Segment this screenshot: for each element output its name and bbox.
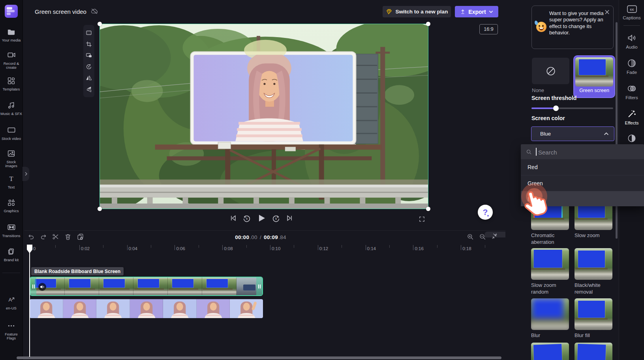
zoom-out-icon[interactable] — [479, 233, 486, 240]
sidebar-item-text[interactable]: T Text — [0, 175, 23, 189]
rail-item-fade[interactable]: Fade — [619, 58, 644, 75]
dropdown-search-row[interactable] — [521, 144, 644, 159]
play-icon[interactable] — [257, 213, 266, 223]
switch-plan-button[interactable]: Switch to a new plan — [383, 6, 451, 17]
selection-handle-bottom-right[interactable] — [426, 207, 430, 211]
sidebar-item-transitions[interactable]: Transitions — [0, 223, 23, 238]
effect-tile[interactable]: Black/white removal — [575, 248, 612, 295]
filmstrip-frame — [202, 277, 237, 295]
fit-frame-icon[interactable] — [86, 30, 92, 36]
sidebar-divider — [2, 273, 20, 273]
export-button[interactable]: Export — [455, 6, 498, 17]
effect-tile[interactable]: Slow zoom random — [531, 248, 569, 295]
sidebar-item-music-sfx[interactable]: Music & SFX — [0, 101, 23, 116]
effect-tile-partial[interactable] — [575, 343, 612, 360]
rewind-5-icon[interactable]: 5 — [242, 214, 251, 222]
aspect-ratio-badge[interactable]: 16:9 — [479, 24, 498, 34]
trim-handle-left[interactable] — [30, 277, 36, 295]
ruler-minor-tick — [246, 245, 247, 248]
sidebar-item-stock-images[interactable]: Stock images — [0, 149, 23, 168]
sidebar-item-stock-video[interactable]: Stock video — [0, 126, 23, 141]
ruler-minor-tick — [389, 245, 390, 248]
sidebar-item-templates[interactable]: Templates — [0, 77, 23, 91]
rail-item-label: Fade — [627, 70, 637, 75]
sidebar-item-brand-kit[interactable]: Brand kit — [0, 247, 23, 262]
ruler-tick — [270, 245, 270, 250]
audio-on-icon[interactable] — [38, 283, 46, 291]
timeline-divider — [24, 230, 505, 231]
preview-selection-box[interactable] — [100, 24, 428, 209]
rail-item-audio[interactable]: Audio — [619, 33, 644, 49]
zoom-in-icon[interactable] — [467, 233, 474, 240]
captions-icon: cc — [627, 5, 637, 13]
sidebar-item-your-media[interactable]: Your media — [0, 28, 23, 42]
selection-handle-bottom-left[interactable] — [98, 207, 102, 211]
effects-tip-card: Want to give your media super powers? Ap… — [531, 6, 614, 49]
effect-preset-none[interactable] — [532, 58, 569, 84]
delete-icon[interactable] — [64, 233, 71, 241]
effect-label: Slow zoom random — [531, 282, 569, 295]
fullscreen-icon[interactable] — [419, 216, 425, 224]
timeline-zoom-controls — [467, 233, 498, 240]
duplicate-icon[interactable] — [77, 233, 84, 241]
effect-tile[interactable]: Blur fill — [575, 298, 612, 339]
sidebar-item-label: Templates — [3, 87, 20, 92]
upload-icon — [460, 9, 466, 15]
flip-horizontal-icon[interactable] — [86, 75, 92, 81]
track-1-filmstrip — [30, 277, 262, 295]
rail-item-label: Effects — [625, 121, 639, 125]
rotate-icon[interactable] — [86, 64, 92, 70]
clipchamp-logo-icon[interactable] — [5, 5, 18, 18]
flip-vertical-icon[interactable] — [86, 86, 92, 92]
effect-preset-green-screen[interactable]: Green screen — [573, 55, 615, 98]
ruler-label: 0:14 — [367, 246, 376, 251]
threshold-slider-thumb[interactable] — [553, 106, 559, 111]
ellipsis-icon — [7, 322, 15, 331]
clipchamp-editor: Your media Record & create Templates Mus… — [0, 0, 644, 360]
split-scissors-icon[interactable] — [52, 233, 59, 241]
video-track-woman-clip[interactable] — [30, 299, 263, 318]
sidebar-item-record-create[interactable]: Record & create — [0, 51, 23, 70]
undo-icon[interactable] — [28, 233, 35, 241]
current-time-decimals: .00 — [250, 234, 257, 240]
trim-handle-right[interactable] — [256, 277, 262, 295]
sidebar-expand-button[interactable] — [23, 167, 29, 181]
sidebar-item-label: Feature Flags — [0, 332, 23, 341]
effect-tile[interactable]: Blur — [531, 298, 569, 339]
sidebar-item-feature-flags[interactable]: Feature Flags — [0, 322, 23, 341]
video-track-billboard-clip[interactable] — [30, 277, 263, 296]
redo-icon[interactable] — [40, 233, 47, 241]
adjust-icon — [627, 134, 636, 143]
zoom-fit-icon[interactable] — [491, 233, 498, 240]
dropdown-search-input[interactable] — [537, 144, 638, 160]
effect-tile-partial[interactable] — [531, 343, 569, 360]
skip-to-start-icon[interactable] — [229, 214, 237, 222]
switch-plan-label: Switch to a new plan — [396, 9, 448, 15]
skip-to-end-icon[interactable] — [286, 214, 294, 222]
preview-video[interactable] — [100, 24, 428, 209]
selection-handle-top-right[interactable] — [426, 22, 430, 26]
picture-in-picture-icon[interactable] — [86, 52, 92, 58]
image-icon — [7, 149, 15, 159]
sidebar-item-graphics[interactable]: Graphics — [0, 198, 23, 213]
selection-handle-top-left[interactable] — [98, 22, 102, 26]
diamond-icon — [386, 8, 392, 15]
help-button-dot — [487, 215, 489, 217]
dropdown-option-red[interactable]: Red — [521, 159, 644, 175]
timeline-horizontal-scrollbar[interactable] — [17, 356, 501, 359]
sidebar-item-language[interactable]: A en-US — [0, 296, 23, 310]
sidebar-item-label: Record & create — [0, 62, 23, 70]
crop-icon[interactable] — [86, 41, 92, 47]
forward-5-icon[interactable]: 5 — [272, 214, 280, 222]
help-button[interactable]: ? — [478, 205, 493, 220]
playhead-line — [29, 252, 30, 357]
rail-item-filters[interactable]: Filters — [619, 84, 644, 100]
rail-item-captions[interactable]: cc Captions — [619, 5, 644, 20]
rail-item-effects[interactable]: Effects — [619, 109, 644, 125]
sidebar-item-label: Brand kit — [4, 258, 19, 262]
preset-none-label: None — [532, 87, 544, 93]
screen-color-select[interactable]: Blue — [531, 126, 614, 141]
page-title[interactable]: Green screen video — [35, 8, 86, 15]
close-icon[interactable] — [605, 9, 610, 15]
audio-icon — [627, 33, 636, 43]
